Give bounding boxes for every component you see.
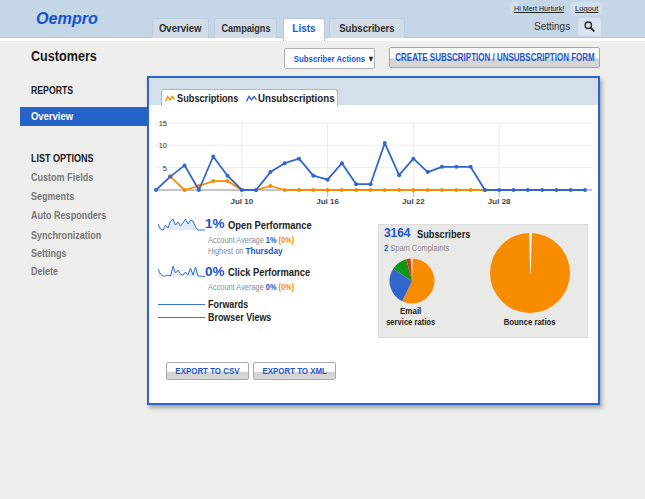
svg-text:Jul 10: Jul 10 bbox=[230, 197, 253, 206]
svg-text:10: 10 bbox=[159, 141, 167, 150]
svg-text:5: 5 bbox=[163, 164, 167, 173]
svg-text:Jul 28: Jul 28 bbox=[488, 197, 511, 206]
svg-text:Jul 16: Jul 16 bbox=[316, 197, 339, 206]
svg-text:15: 15 bbox=[159, 119, 167, 128]
svg-text:Jul 22: Jul 22 bbox=[402, 197, 425, 206]
